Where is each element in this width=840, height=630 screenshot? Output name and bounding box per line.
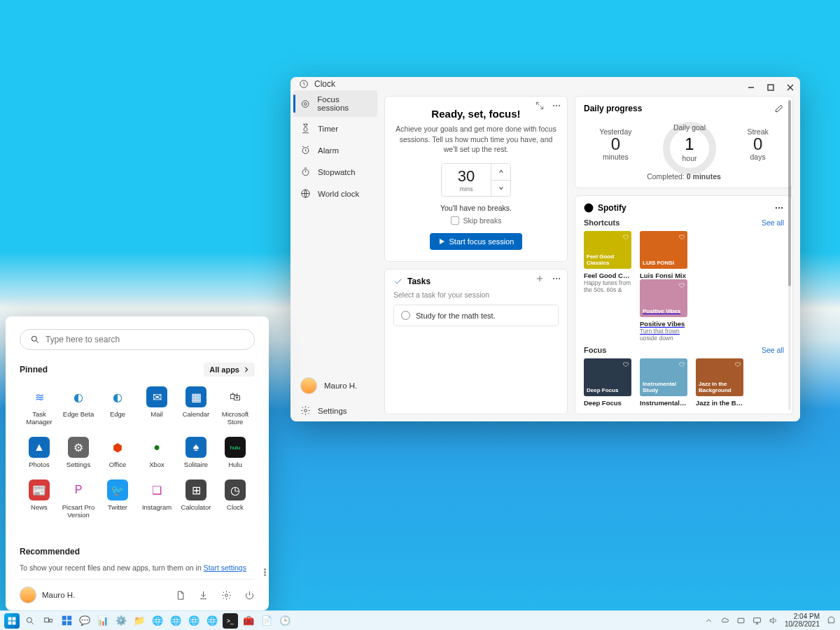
start-settings-link[interactable]: Start settings bbox=[204, 564, 246, 572]
taskbar-app-notepad[interactable]: 📄 bbox=[259, 613, 274, 629]
pinned-app[interactable]: huluHulu bbox=[216, 434, 255, 471]
taskbar-app-edgebeta[interactable]: 🌐 bbox=[168, 613, 183, 629]
start-search[interactable] bbox=[20, 329, 255, 350]
close-button[interactable] bbox=[780, 77, 800, 98]
stepper-up[interactable] bbox=[491, 164, 510, 181]
clock-titlebar[interactable]: Clock bbox=[290, 77, 800, 90]
tray-language-icon[interactable] bbox=[736, 616, 746, 625]
app-label: Microsoft Store bbox=[216, 410, 255, 426]
pinned-app[interactable]: ◐Edge bbox=[98, 384, 137, 428]
pinned-app[interactable]: ⚙Settings bbox=[59, 434, 98, 471]
start-user[interactable]: Mauro H. bbox=[20, 587, 75, 603]
start-focus-button[interactable]: Start focus session bbox=[430, 233, 523, 250]
pinned-app[interactable]: ▦Calendar bbox=[176, 384, 216, 428]
taskbar-widgets[interactable] bbox=[59, 613, 74, 629]
heart-icon[interactable] bbox=[622, 233, 629, 240]
pinned-app[interactable]: ♠Solitaire bbox=[176, 434, 216, 471]
sidebar-item-focus[interactable]: Focus sessions bbox=[293, 90, 377, 117]
playlist-tile[interactable]: Feel Good Classics Feel Good Classics Ha… bbox=[584, 231, 631, 340]
playlist-name: Luis Fonsi Mix bbox=[640, 272, 687, 279]
focus-minutes-unit: mins bbox=[459, 186, 472, 192]
page-indicator[interactable] bbox=[264, 568, 266, 576]
sidebar-item-world[interactable]: World clock bbox=[293, 183, 377, 204]
minimize-button[interactable] bbox=[741, 77, 761, 98]
pinned-app[interactable]: 🐦Twitter bbox=[98, 477, 137, 522]
more-icon[interactable] bbox=[552, 101, 561, 111]
pinned-app[interactable]: ▲Photos bbox=[20, 434, 59, 471]
focus-title: Ready, set, focus! bbox=[393, 108, 559, 120]
edit-icon[interactable] bbox=[774, 104, 784, 113]
heart-icon[interactable] bbox=[734, 360, 741, 368]
pinned-app[interactable]: ●Xbox bbox=[137, 434, 176, 471]
heart-icon[interactable] bbox=[622, 360, 629, 368]
play-icon bbox=[438, 238, 445, 245]
taskbar-app-clock[interactable]: 🕒 bbox=[277, 613, 293, 629]
see-all-shortcuts[interactable]: See all bbox=[762, 218, 784, 227]
pinned-app[interactable]: ◐Edge Beta bbox=[59, 384, 98, 428]
task-radio[interactable] bbox=[401, 311, 410, 320]
taskbar-app-terminal[interactable]: >_ bbox=[223, 613, 238, 629]
sidebar-item-alarm[interactable]: Alarm bbox=[293, 140, 377, 160]
taskbar-search[interactable] bbox=[22, 613, 38, 629]
tray-onedrive-icon[interactable] bbox=[720, 616, 729, 625]
playlist-tile[interactable]: Deep Focus Deep Focus bbox=[584, 358, 631, 407]
tasks-hint: Select a task for your session bbox=[393, 290, 559, 299]
pinned-app[interactable]: ≋Task Manager bbox=[20, 384, 59, 428]
playlist-tile[interactable]: Positive Vibes Positive Vibes Turn that … bbox=[640, 279, 687, 340]
taskbar-app-edgecanary[interactable]: 🌐 bbox=[204, 613, 220, 629]
more-icon[interactable] bbox=[552, 274, 561, 284]
add-task-icon[interactable] bbox=[535, 274, 545, 284]
focus-minutes-stepper[interactable]: 30 mins bbox=[441, 163, 511, 197]
taskbar-app-explorer[interactable]: 📁 bbox=[132, 613, 147, 629]
expand-icon[interactable] bbox=[535, 101, 545, 111]
start-button[interactable] bbox=[4, 613, 20, 629]
see-all-focus[interactable]: See all bbox=[762, 346, 784, 354]
heart-icon[interactable] bbox=[678, 233, 685, 240]
sidebar-user[interactable]: Mauro H. bbox=[293, 372, 377, 400]
pinned-app[interactable]: PPicsart Pro Version bbox=[59, 477, 98, 522]
taskbar-taskview[interactable] bbox=[41, 613, 56, 629]
pinned-app[interactable]: 🛍Microsoft Store bbox=[216, 384, 255, 428]
task-item[interactable]: Study for the math test. bbox=[393, 304, 559, 326]
sidebar-settings[interactable]: Settings bbox=[293, 400, 377, 421]
start-search-input[interactable] bbox=[46, 335, 244, 344]
playlist-tile[interactable]: Instrumental Study Instrumental Study bbox=[640, 358, 687, 407]
pinned-app[interactable]: ◷Clock bbox=[216, 477, 255, 522]
power-icon[interactable] bbox=[244, 590, 255, 601]
taskbar-app-controlpanel[interactable]: 🧰 bbox=[241, 613, 256, 629]
taskbar-app-edge[interactable]: 🌐 bbox=[150, 613, 165, 629]
tray-notifications-icon[interactable] bbox=[827, 616, 836, 625]
stepper-down[interactable] bbox=[491, 181, 510, 197]
tray-volume-icon[interactable] bbox=[769, 616, 778, 625]
playlist-tile[interactable]: Jazz in the Background Jazz in the Backg… bbox=[696, 358, 743, 407]
scrollbar[interactable] bbox=[788, 100, 791, 410]
sidebar-item-stopwatch[interactable]: Stopwatch bbox=[293, 162, 377, 182]
tray-chevron-icon[interactable] bbox=[704, 616, 713, 625]
playlist-tile[interactable]: LUIS FONSI Luis Fonsi Mix Positive Vibes… bbox=[640, 231, 687, 340]
tray-network-icon[interactable] bbox=[752, 616, 762, 625]
pinned-app[interactable]: ❏Instagram bbox=[137, 477, 176, 522]
settings-icon[interactable] bbox=[221, 590, 232, 601]
heart-icon[interactable] bbox=[678, 360, 685, 368]
svg-point-15 bbox=[776, 207, 776, 208]
svg-point-18 bbox=[31, 336, 36, 341]
tray-clock[interactable]: 2:04 PM 10/28/2021 bbox=[785, 613, 820, 628]
sidebar-item-timer[interactable]: Timer bbox=[293, 118, 377, 139]
all-apps-button[interactable]: All apps bbox=[204, 363, 255, 377]
playlist-sub: Turn that frown upside down with… bbox=[640, 328, 687, 340]
taskbar-app-edgedev[interactable]: 🌐 bbox=[186, 613, 202, 629]
more-icon[interactable] bbox=[774, 203, 784, 213]
downloads-icon[interactable] bbox=[198, 590, 209, 601]
pinned-app[interactable]: ⊞Calculator bbox=[176, 477, 216, 522]
taskbar-chat[interactable]: 💬 bbox=[77, 613, 92, 629]
heart-icon[interactable] bbox=[678, 281, 685, 288]
taskbar-app-taskmanager[interactable]: 📊 bbox=[95, 613, 111, 629]
app-label: Calendar bbox=[183, 410, 210, 418]
pinned-app[interactable]: ⬢Office bbox=[98, 434, 137, 471]
pinned-app[interactable]: ✉Mail bbox=[137, 384, 176, 428]
pinned-app[interactable]: 📰News bbox=[20, 477, 59, 522]
skip-breaks-checkbox[interactable] bbox=[451, 216, 459, 225]
maximize-button[interactable] bbox=[761, 77, 780, 98]
taskbar-app-settings[interactable]: ⚙️ bbox=[113, 613, 129, 629]
documents-icon[interactable] bbox=[175, 590, 186, 601]
